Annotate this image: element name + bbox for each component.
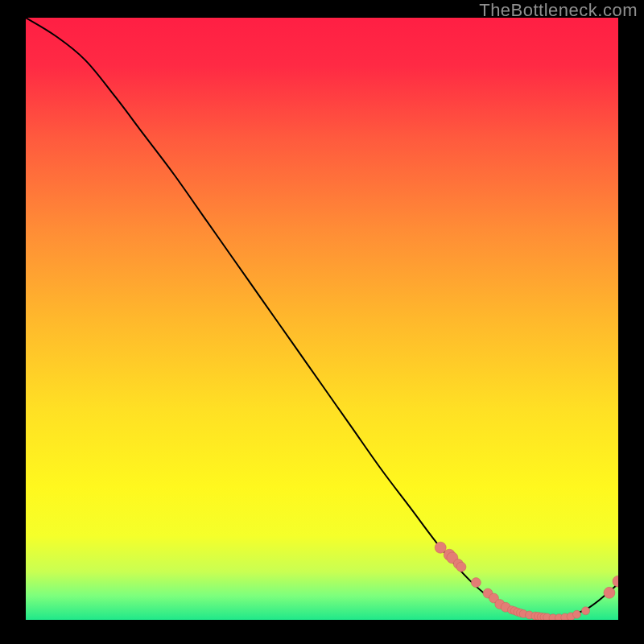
data-point [471,578,481,588]
bottleneck-chart [26,18,618,620]
chart-container: TheBottleneck.com [0,0,644,644]
watermark-text: TheBottleneck.com [479,0,638,21]
data-point [435,542,446,553]
data-point [582,607,590,615]
data-point [604,587,615,598]
gradient-background [26,18,618,620]
data-point [456,562,466,572]
data-point [572,610,580,618]
